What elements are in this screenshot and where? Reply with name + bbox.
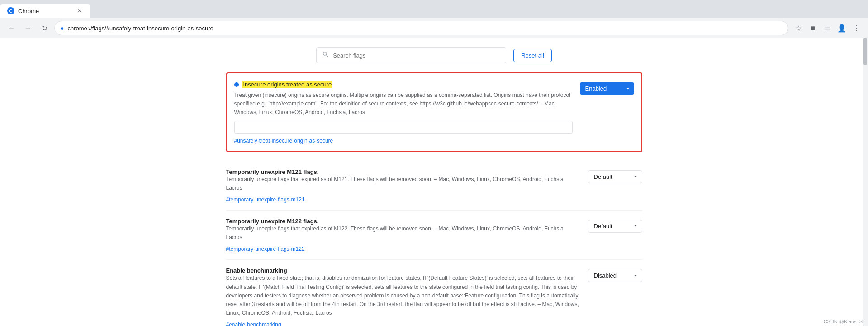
flag-control-highlighted[interactable]: Enabled Default Disabled — [580, 82, 634, 95]
window-button[interactable]: ▭ — [821, 22, 834, 34]
flag-desc-m121: Temporarily unexpire flags that expired … — [226, 175, 581, 192]
active-tab[interactable]: C Chrome ✕ — [0, 4, 90, 18]
flag-control-benchmarking[interactable]: Disabled Default Enabled — [588, 269, 642, 282]
flag-control-m122[interactable]: Default Enabled Disabled — [588, 220, 642, 233]
flag-content-m121: Temporarily unexpire M121 flags. Tempora… — [226, 168, 581, 203]
flag-title-m121: Temporarily unexpire M121 flags. — [226, 168, 581, 175]
flag-title-benchmarking: Enable benchmarking — [226, 267, 581, 274]
flag-select-m122[interactable]: Default Enabled Disabled — [588, 220, 642, 233]
forward-button[interactable]: → — [22, 22, 34, 34]
search-input[interactable] — [333, 52, 500, 59]
watermark: CSDN @Klaus_S — [824, 319, 863, 324]
flag-anchor-m122[interactable]: #temporary-unexpire-flags-m122 — [226, 246, 305, 252]
flag-desc-m122: Temporarily unexpire flags that expired … — [226, 225, 581, 242]
url-display: chrome://flags/#unsafely-treat-insecure-… — [67, 25, 783, 32]
search-icon — [322, 51, 329, 60]
flag-anchor-benchmarking[interactable]: #enable-benchmarking — [226, 321, 281, 326]
address-bar[interactable]: ● chrome://flags/#unsafely-treat-insecur… — [54, 21, 788, 35]
page-content: Reset all Insecure origins treated as se… — [0, 38, 868, 326]
menu-button[interactable]: ⋮ — [850, 22, 863, 34]
flag-title-m122: Temporarily unexpire M122 flags. — [226, 218, 581, 225]
bookmark-button[interactable]: ☆ — [792, 22, 805, 34]
nav-bar: ← → ↻ ● chrome://flags/#unsafely-treat-i… — [0, 18, 868, 38]
extensions-button[interactable]: ■ — [806, 22, 819, 34]
flag-content-highlighted: Insecure origins treated as secure Treat… — [234, 81, 573, 144]
flag-content-m122: Temporarily unexpire M122 flags. Tempora… — [226, 218, 581, 252]
reload-button[interactable]: ↻ — [38, 22, 51, 34]
flags-container: Reset all Insecure origins treated as se… — [217, 47, 651, 326]
browser-chrome: C Chrome ✕ ← → ↻ ● chrome://flags/#unsaf… — [0, 0, 868, 38]
flag-item-m122: Temporarily unexpire M122 flags. Tempora… — [226, 211, 642, 260]
flag-text-input[interactable] — [234, 121, 573, 134]
flag-title-highlighted: Insecure origins treated as secure — [242, 81, 333, 88]
flag-desc-benchmarking: Sets all features to a fixed state; that… — [226, 274, 581, 317]
flag-title-row: Insecure origins treated as secure — [234, 81, 573, 88]
tab-close-button[interactable]: ✕ — [76, 7, 83, 14]
flag-content-benchmarking: Enable benchmarking Sets all features to… — [226, 267, 581, 326]
search-wrapper[interactable] — [316, 47, 506, 63]
chrome-icon: C — [7, 7, 14, 14]
nav-actions: ☆ ■ ▭ 👤 ⋮ — [792, 22, 863, 34]
flag-item-benchmarking: Enable benchmarking Sets all features to… — [226, 260, 642, 326]
flag-item-highlighted: Insecure origins treated as secure Treat… — [226, 72, 642, 152]
site-icon: ● — [60, 24, 64, 32]
flag-select-enabled[interactable]: Enabled Default Disabled — [580, 82, 634, 95]
back-button[interactable]: ← — [5, 22, 18, 34]
search-bar-row: Reset all — [226, 47, 642, 63]
flag-item-m121: Temporarily unexpire M121 flags. Tempora… — [226, 161, 642, 211]
flag-control-m121[interactable]: Default Enabled Disabled — [588, 170, 642, 183]
flag-dot — [234, 82, 239, 87]
reset-all-button[interactable]: Reset all — [513, 49, 552, 62]
scrollbar[interactable] — [863, 38, 868, 326]
tab-bar: C Chrome ✕ — [0, 0, 868, 18]
flag-description-highlighted: Treat given (insecure) origins as secure… — [234, 91, 573, 117]
flag-anchor-highlighted[interactable]: #unsafely-treat-insecure-origin-as-secur… — [234, 138, 333, 144]
scrollbar-thumb[interactable] — [863, 38, 867, 65]
profile-button[interactable]: 👤 — [835, 22, 848, 34]
flag-select-benchmarking[interactable]: Disabled Default Enabled — [588, 269, 642, 282]
flag-anchor-m121[interactable]: #temporary-unexpire-flags-m121 — [226, 197, 305, 203]
flag-select-m121[interactable]: Default Enabled Disabled — [588, 170, 642, 183]
tab-label: Chrome — [18, 8, 72, 14]
flag-input-row[interactable] — [234, 121, 573, 134]
